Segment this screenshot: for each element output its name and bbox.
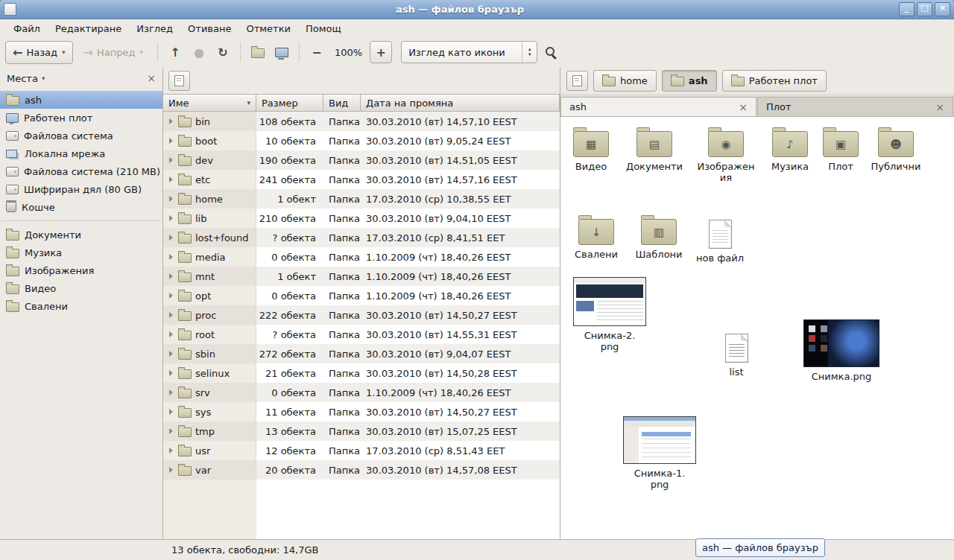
sidebar-close-icon[interactable]: × (147, 72, 156, 84)
tab-close-icon[interactable]: × (739, 101, 748, 113)
icon-item[interactable]: ▣ Плот (817, 124, 865, 172)
icon-view-canvas[interactable]: ▦ Видео ▤ Документи ◉ Изображен ия ♪ Муз… (560, 117, 954, 540)
back-button[interactable]: ← Назад ▾ (5, 41, 73, 64)
menu-item[interactable]: Помощ (298, 22, 349, 36)
expander-icon[interactable] (169, 176, 173, 182)
computer-button[interactable] (271, 42, 292, 63)
menu-item[interactable]: Отметки (238, 22, 297, 36)
expander-icon[interactable] (169, 312, 173, 318)
expander-icon[interactable] (169, 448, 173, 454)
sidebar-item[interactable]: Локална мрежа (0, 144, 162, 162)
column-header-date[interactable]: Дата на промяна (361, 94, 560, 112)
table-row[interactable]: var 20 обекта Папка 30.03.2010 (вт) 14,5… (163, 460, 560, 480)
icon-item[interactable]: нов файл (693, 215, 747, 264)
up-button[interactable]: ↑ (165, 42, 186, 63)
table-row[interactable]: root ? обекта Папка 30.03.2010 (вт) 14,5… (163, 325, 560, 344)
close-button[interactable]: × (935, 2, 950, 16)
icon-item[interactable]: ▥ Шаблони (631, 212, 687, 260)
icon-item[interactable]: ☻ Публични (868, 124, 924, 172)
table-row[interactable]: home 1 обект Папка 17.03.2010 (ср) 10,38… (163, 189, 560, 209)
table-row[interactable]: etc 241 обекта Папка 30.03.2010 (вт) 14,… (163, 170, 560, 189)
table-row[interactable]: proc 222 обекта Папка 30.03.2010 (вт) 14… (163, 305, 560, 325)
search-button[interactable] (540, 42, 561, 63)
sidebar-item[interactable]: Музика (0, 244, 162, 261)
table-row[interactable]: mnt 1 обект Папка 1.10.2009 (чт) 18,40,2… (163, 267, 560, 286)
icon-item[interactable]: ▤ Документи (623, 124, 686, 172)
path-button[interactable]: ash (662, 70, 717, 92)
icon-item[interactable]: ◉ Изображен ия (695, 124, 757, 183)
tab[interactable]: ash × (560, 97, 756, 116)
tab[interactable]: Плот × (757, 97, 953, 116)
icon-item[interactable]: Снимка.png (800, 319, 882, 382)
sidebar-item[interactable]: ash (0, 91, 162, 109)
table-row[interactable]: lost+found ? обекта Папка 17.03.2010 (ср… (163, 228, 560, 247)
expander-icon[interactable] (169, 389, 173, 395)
expander-icon[interactable] (169, 118, 173, 124)
zoom-in-button[interactable]: + (370, 41, 392, 63)
icon-item[interactable]: Снимка-1. png (619, 416, 701, 490)
menu-item[interactable]: Отиване (180, 22, 238, 36)
sidebar-item[interactable]: Свалени (0, 297, 162, 315)
expander-icon[interactable] (169, 293, 173, 299)
path-button[interactable]: Работен плот (722, 70, 827, 92)
taskbar-window-button[interactable]: ash — файлов браузър (695, 538, 825, 557)
sidebar-item[interactable]: Файлова система (210 MB) (0, 162, 162, 180)
table-row[interactable]: sbin 272 обекта Папка 30.03.2010 (вт) 9,… (163, 344, 560, 363)
location-toggle-button[interactable] (566, 71, 588, 91)
expander-icon[interactable] (169, 215, 173, 221)
expander-icon[interactable] (169, 157, 173, 163)
sidebar-item[interactable]: Видео (0, 279, 162, 297)
table-row[interactable]: bin 108 обекта Папка 30.03.2010 (вт) 14,… (163, 112, 560, 131)
table-row[interactable]: lib 210 обекта Папка 30.03.2010 (вт) 9,0… (163, 209, 560, 228)
zoom-out-button[interactable]: − (306, 42, 327, 63)
expander-icon[interactable] (169, 235, 173, 241)
sidebar-title[interactable]: Места (7, 73, 38, 84)
path-button[interactable]: home (593, 70, 657, 92)
menu-item[interactable]: Файл (6, 22, 48, 36)
sidebar-title-caret-icon[interactable]: ▾ (42, 74, 45, 82)
back-history-caret-icon[interactable]: ▾ (62, 48, 66, 56)
table-row[interactable]: usr 12 обекта Папка 17.03.2010 (ср) 8,51… (163, 441, 560, 460)
table-row[interactable]: opt 0 обекта Папка 1.10.2009 (чт) 18,40,… (163, 286, 560, 305)
menu-item[interactable]: Редактиране (48, 22, 129, 36)
expander-icon[interactable] (169, 370, 173, 376)
sidebar-item[interactable]: Работен плот (0, 109, 162, 127)
icon-item[interactable]: Снимка-2. png (569, 277, 650, 352)
expander-icon[interactable] (169, 428, 173, 434)
home-button[interactable] (247, 42, 268, 63)
sidebar-item[interactable]: Документи (0, 226, 162, 244)
combo-spinner-icon[interactable]: ▴▾ (522, 42, 537, 63)
table-row[interactable]: dev 190 обекта Папка 30.03.2010 (вт) 14,… (163, 150, 560, 170)
expander-icon[interactable] (169, 409, 173, 415)
table-row[interactable]: srv 0 обекта Папка 1.10.2009 (чт) 18,40,… (163, 383, 560, 402)
column-header-type[interactable]: Вид (323, 94, 361, 112)
expander-icon[interactable] (169, 196, 173, 202)
sidebar-item[interactable]: Шифриран дял (80 GB) (0, 180, 162, 198)
sidebar-item[interactable]: Изображения (0, 261, 162, 279)
minimize-button[interactable]: _ (899, 2, 914, 16)
sidebar-item[interactable]: Файлова система (0, 127, 162, 144)
location-toggle-button[interactable] (168, 71, 190, 91)
maximize-button[interactable]: □ (917, 2, 932, 16)
table-row[interactable]: boot 10 обекта Папка 30.03.2010 (вт) 9,0… (163, 131, 560, 150)
table-row[interactable]: selinux 21 обекта Папка 30.03.2010 (вт) … (163, 363, 560, 383)
icon-item[interactable]: ▦ Видео (563, 124, 619, 172)
reload-button[interactable]: ↻ (212, 42, 233, 63)
expander-icon[interactable] (169, 273, 173, 279)
column-header-name[interactable]: Име ▾ (163, 94, 256, 112)
menu-item[interactable]: Изглед (129, 22, 180, 36)
view-mode-select[interactable]: Изглед като икони ▴▾ (401, 41, 537, 63)
icon-item[interactable]: ↓ Свалени (568, 212, 625, 260)
expander-icon[interactable] (169, 467, 173, 473)
table-row[interactable]: sys 11 обекта Папка 30.03.2010 (вт) 14,5… (163, 402, 560, 421)
tab-close-icon[interactable]: × (935, 101, 944, 113)
icon-item[interactable]: list (710, 329, 763, 378)
forward-button[interactable]: → Напред ▾ (76, 41, 151, 64)
table-row[interactable]: tmp 13 обекта Папка 30.03.2010 (вт) 15,0… (163, 421, 560, 441)
expander-icon[interactable] (169, 351, 173, 357)
expander-icon[interactable] (169, 254, 173, 260)
expander-icon[interactable] (169, 138, 173, 144)
stop-button[interactable]: ● (189, 42, 209, 63)
titlebar[interactable]: ash — файлов браузър _ □ × (0, 0, 954, 19)
column-header-size[interactable]: Размер (256, 94, 323, 112)
